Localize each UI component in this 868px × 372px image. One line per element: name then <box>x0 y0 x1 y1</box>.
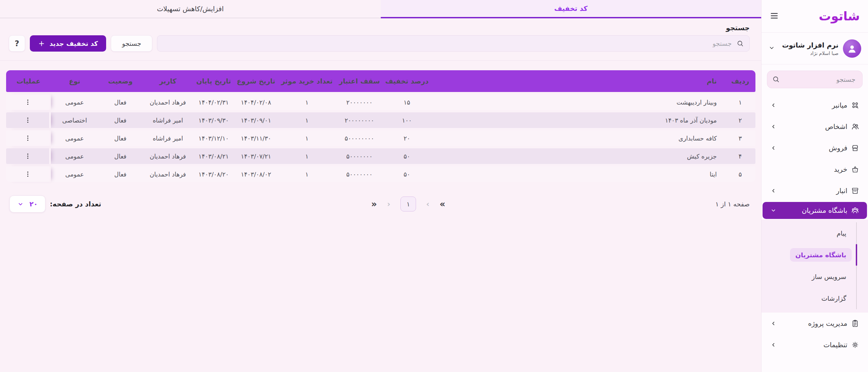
chevron-left-icon <box>770 342 776 348</box>
basket-icon <box>851 165 859 173</box>
prev-page-button[interactable]: › <box>426 200 429 208</box>
sidebar-item-purchase[interactable]: خرید <box>762 159 868 180</box>
row-actions-button[interactable] <box>21 131 35 145</box>
table-body: ۱وبینار اردیبهشت۱۵۲۰۰۰۰۰۰۰۱۱۴۰۴/۰۲/۰۸۱۴۰… <box>6 94 755 182</box>
search-controls: جستجو جستجو کد تخفیف جدید ? <box>0 18 761 61</box>
header-status: وضعیت <box>98 77 142 85</box>
table-row: ۱وبینار اردیبهشت۱۵۲۰۰۰۰۰۰۰۱۱۴۰۴/۰۲/۰۸۱۴۰… <box>6 94 755 110</box>
kebab-menu-icon <box>24 152 32 160</box>
page-info: صفحه ۱ از ۱ <box>715 200 750 208</box>
sidebar-item-project-management[interactable]: مدیریت پروژه <box>762 313 868 334</box>
sidebar-item-people[interactable]: اشخاص <box>762 116 868 137</box>
user-name: صبا اسلام نژاد <box>782 51 839 56</box>
search-button[interactable]: جستجو <box>111 35 153 52</box>
pagination: » › ۱ ‹ « <box>101 197 715 211</box>
sidebar-item-label: فروش <box>829 144 847 152</box>
sidebar-item-label: اشخاص <box>825 123 848 131</box>
row-actions-button[interactable] <box>21 167 35 181</box>
sidebar-item-label: مدیریت پروژه <box>808 319 847 328</box>
hamburger-menu-button[interactable] <box>770 11 779 21</box>
current-page[interactable]: ۱ <box>400 197 416 211</box>
sidebar-item-settings[interactable]: تنظیمات <box>762 334 868 355</box>
user-menu-chevron-button[interactable] <box>768 44 775 52</box>
customer-club-icon <box>851 206 859 215</box>
cell-end: ۱۴۰۳/۰۸/۲۰ <box>193 171 234 178</box>
first-page-button[interactable]: » <box>440 200 446 208</box>
discount-codes-table: ردیف نام درصد تخفیف سقف اعتبار تعداد خری… <box>6 70 755 182</box>
header-name: نام <box>431 77 725 85</box>
submenu-item-label: باشگاه مشتریان <box>790 248 852 262</box>
per-page-label: تعداد در صفحه: <box>50 200 101 208</box>
sidebar-item-label: انبار <box>836 187 847 195</box>
sidebar-item-customer-club[interactable]: باشگاه مشتریان <box>763 202 867 219</box>
submenu-item-customer-club[interactable]: باشگاه مشتریان <box>762 244 868 266</box>
cell-name: ایتا <box>431 171 725 178</box>
cell-row: ۱ <box>725 99 755 106</box>
row-actions-button[interactable] <box>21 149 35 163</box>
cell-actions <box>6 112 51 128</box>
kebab-menu-icon <box>24 116 32 124</box>
clipboard-icon <box>851 319 859 328</box>
store-icon <box>851 144 859 152</box>
sidebar-item-sales[interactable]: فروش <box>762 137 868 159</box>
cell-status: فعال <box>98 135 142 142</box>
user-profile[interactable]: نرم افزار شاتوت صبا اسلام نژاد <box>762 33 868 64</box>
cell-type: عمومی <box>51 153 98 160</box>
sidebar-item-label: تنظیمات <box>823 341 847 349</box>
cell-end: ۱۴۰۳/۰۹/۳۰ <box>193 117 234 124</box>
chevron-down-icon <box>768 44 775 51</box>
header-end-date: تاریخ پایان <box>193 77 234 85</box>
tab-facilities-adjust[interactable]: افزایش/کاهش تسهیلات <box>0 0 381 18</box>
sidebar-item-shortcuts[interactable]: میانبر <box>762 94 868 116</box>
people-icon <box>851 123 859 131</box>
sidebar-item-label: میانبر <box>832 101 847 109</box>
help-button[interactable]: ? <box>9 35 25 52</box>
cell-start: ۱۴۰۴/۰۲/۰۸ <box>234 99 278 106</box>
cell-user: فرهاد احمدیان <box>142 171 193 178</box>
cell-count: ۱ <box>278 99 336 106</box>
cell-name: کافه حسابداری <box>431 135 725 142</box>
warehouse-icon <box>851 187 859 195</box>
search-icon <box>736 40 744 47</box>
cell-cap: ۲۰۰۰۰۰۰۰۰ <box>336 117 383 124</box>
cell-name: جزیره کیش <box>431 153 725 160</box>
row-actions-button[interactable] <box>21 95 35 109</box>
cell-row: ۲ <box>725 117 755 124</box>
active-submenu-indicator <box>856 244 857 266</box>
cell-actions <box>6 94 51 110</box>
table-row: ۳کافه حسابداری۲۰۵۰۰۰۰۰۰۰۰۱۱۴۰۳/۱۱/۳۰۱۴۰۳… <box>6 130 755 146</box>
header-start-date: تاریخ شروع <box>234 77 278 85</box>
user-texts: نرم افزار شاتوت صبا اسلام نژاد <box>782 41 839 56</box>
tab-discount-code[interactable]: کد تخفیف <box>381 0 762 18</box>
shortcut-icon <box>851 101 859 109</box>
cell-start: ۱۴۰۳/۰۹/۰۱ <box>234 117 278 124</box>
per-page-value: ۲۰ <box>29 200 38 208</box>
submenu-item-messages[interactable]: پیام <box>762 222 868 244</box>
last-page-button[interactable]: « <box>371 200 377 208</box>
cell-actions <box>6 148 51 164</box>
per-page-select[interactable]: ۲۰ <box>9 196 45 212</box>
search-input[interactable] <box>157 35 750 52</box>
submenu-item-service-builder[interactable]: سرویس ساز <box>762 266 868 287</box>
cell-percent: ۵۰ <box>383 171 431 178</box>
sidebar-item-warehouse[interactable]: انبار <box>762 180 868 201</box>
hamburger-icon <box>770 11 779 20</box>
table-row: ۲مودیان آذر ماه ۱۴۰۳۱۰۰۲۰۰۰۰۰۰۰۰۱۱۴۰۳/۰۹… <box>6 112 755 128</box>
cell-cap: ۲۰۰۰۰۰۰۰ <box>336 99 383 106</box>
cell-percent: ۵۰ <box>383 153 431 160</box>
person-icon <box>846 43 858 54</box>
header-actions: عملیات <box>6 77 51 85</box>
cell-actions <box>6 166 51 182</box>
cell-cap: ۵۰۰۰۰۰۰۰ <box>336 153 383 160</box>
row-actions-button[interactable] <box>21 113 35 127</box>
new-discount-code-button[interactable]: کد تخفیف جدید <box>30 35 106 52</box>
cell-cap: ۵۰۰۰۰۰۰۰ <box>336 171 383 178</box>
next-page-button[interactable]: ‹ <box>387 200 390 208</box>
cell-type: عمومی <box>51 99 98 106</box>
sidebar-search-input[interactable] <box>767 71 863 88</box>
cell-user: امیر فراشاه <box>142 135 193 142</box>
cell-count: ۱ <box>278 153 336 160</box>
cell-count: ۱ <box>278 117 336 124</box>
chevron-down-icon <box>770 207 776 213</box>
submenu-item-reports[interactable]: گزارشات <box>762 287 868 309</box>
